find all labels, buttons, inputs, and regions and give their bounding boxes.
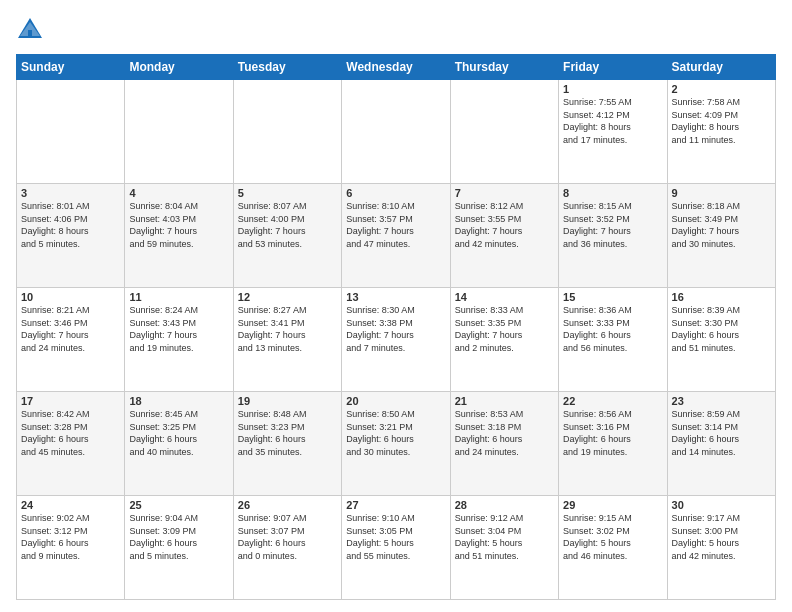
header bbox=[16, 16, 776, 44]
calendar-cell: 25Sunrise: 9:04 AM Sunset: 3:09 PM Dayli… bbox=[125, 496, 233, 600]
calendar-table: SundayMondayTuesdayWednesdayThursdayFrid… bbox=[16, 54, 776, 600]
calendar-cell: 30Sunrise: 9:17 AM Sunset: 3:00 PM Dayli… bbox=[667, 496, 775, 600]
day-number: 8 bbox=[563, 187, 662, 199]
day-number: 13 bbox=[346, 291, 445, 303]
calendar-cell: 9Sunrise: 8:18 AM Sunset: 3:49 PM Daylig… bbox=[667, 184, 775, 288]
day-info: Sunrise: 8:07 AM Sunset: 4:00 PM Dayligh… bbox=[238, 200, 337, 250]
calendar-cell: 21Sunrise: 8:53 AM Sunset: 3:18 PM Dayli… bbox=[450, 392, 558, 496]
day-info: Sunrise: 8:50 AM Sunset: 3:21 PM Dayligh… bbox=[346, 408, 445, 458]
day-info: Sunrise: 8:12 AM Sunset: 3:55 PM Dayligh… bbox=[455, 200, 554, 250]
day-number: 16 bbox=[672, 291, 771, 303]
day-info: Sunrise: 8:59 AM Sunset: 3:14 PM Dayligh… bbox=[672, 408, 771, 458]
calendar-cell: 19Sunrise: 8:48 AM Sunset: 3:23 PM Dayli… bbox=[233, 392, 341, 496]
day-number: 19 bbox=[238, 395, 337, 407]
calendar-cell: 1Sunrise: 7:55 AM Sunset: 4:12 PM Daylig… bbox=[559, 80, 667, 184]
calendar-cell: 4Sunrise: 8:04 AM Sunset: 4:03 PM Daylig… bbox=[125, 184, 233, 288]
day-number: 7 bbox=[455, 187, 554, 199]
day-number: 27 bbox=[346, 499, 445, 511]
day-number: 23 bbox=[672, 395, 771, 407]
day-info: Sunrise: 9:12 AM Sunset: 3:04 PM Dayligh… bbox=[455, 512, 554, 562]
day-number: 10 bbox=[21, 291, 120, 303]
calendar-cell: 6Sunrise: 8:10 AM Sunset: 3:57 PM Daylig… bbox=[342, 184, 450, 288]
day-info: Sunrise: 8:10 AM Sunset: 3:57 PM Dayligh… bbox=[346, 200, 445, 250]
calendar-cell bbox=[450, 80, 558, 184]
day-info: Sunrise: 8:18 AM Sunset: 3:49 PM Dayligh… bbox=[672, 200, 771, 250]
calendar-cell: 3Sunrise: 8:01 AM Sunset: 4:06 PM Daylig… bbox=[17, 184, 125, 288]
calendar-cell: 26Sunrise: 9:07 AM Sunset: 3:07 PM Dayli… bbox=[233, 496, 341, 600]
calendar-cell: 2Sunrise: 7:58 AM Sunset: 4:09 PM Daylig… bbox=[667, 80, 775, 184]
day-info: Sunrise: 8:39 AM Sunset: 3:30 PM Dayligh… bbox=[672, 304, 771, 354]
weekday-header-thursday: Thursday bbox=[450, 55, 558, 80]
day-number: 1 bbox=[563, 83, 662, 95]
weekday-header-friday: Friday bbox=[559, 55, 667, 80]
day-number: 9 bbox=[672, 187, 771, 199]
calendar-cell: 16Sunrise: 8:39 AM Sunset: 3:30 PM Dayli… bbox=[667, 288, 775, 392]
weekday-header-wednesday: Wednesday bbox=[342, 55, 450, 80]
day-number: 17 bbox=[21, 395, 120, 407]
day-info: Sunrise: 9:07 AM Sunset: 3:07 PM Dayligh… bbox=[238, 512, 337, 562]
day-info: Sunrise: 8:21 AM Sunset: 3:46 PM Dayligh… bbox=[21, 304, 120, 354]
weekday-header-tuesday: Tuesday bbox=[233, 55, 341, 80]
day-number: 21 bbox=[455, 395, 554, 407]
calendar-week-row: 24Sunrise: 9:02 AM Sunset: 3:12 PM Dayli… bbox=[17, 496, 776, 600]
calendar-cell: 27Sunrise: 9:10 AM Sunset: 3:05 PM Dayli… bbox=[342, 496, 450, 600]
day-info: Sunrise: 8:45 AM Sunset: 3:25 PM Dayligh… bbox=[129, 408, 228, 458]
calendar-cell: 10Sunrise: 8:21 AM Sunset: 3:46 PM Dayli… bbox=[17, 288, 125, 392]
day-info: Sunrise: 8:36 AM Sunset: 3:33 PM Dayligh… bbox=[563, 304, 662, 354]
calendar-week-row: 17Sunrise: 8:42 AM Sunset: 3:28 PM Dayli… bbox=[17, 392, 776, 496]
day-number: 29 bbox=[563, 499, 662, 511]
day-info: Sunrise: 9:04 AM Sunset: 3:09 PM Dayligh… bbox=[129, 512, 228, 562]
calendar-cell: 20Sunrise: 8:50 AM Sunset: 3:21 PM Dayli… bbox=[342, 392, 450, 496]
calendar-cell bbox=[17, 80, 125, 184]
day-number: 30 bbox=[672, 499, 771, 511]
day-number: 18 bbox=[129, 395, 228, 407]
calendar-cell bbox=[342, 80, 450, 184]
logo bbox=[16, 16, 48, 44]
day-info: Sunrise: 8:42 AM Sunset: 3:28 PM Dayligh… bbox=[21, 408, 120, 458]
calendar-cell: 22Sunrise: 8:56 AM Sunset: 3:16 PM Dayli… bbox=[559, 392, 667, 496]
calendar-cell bbox=[125, 80, 233, 184]
calendar-cell: 13Sunrise: 8:30 AM Sunset: 3:38 PM Dayli… bbox=[342, 288, 450, 392]
day-info: Sunrise: 9:10 AM Sunset: 3:05 PM Dayligh… bbox=[346, 512, 445, 562]
day-number: 2 bbox=[672, 83, 771, 95]
day-number: 6 bbox=[346, 187, 445, 199]
day-info: Sunrise: 8:30 AM Sunset: 3:38 PM Dayligh… bbox=[346, 304, 445, 354]
weekday-header-monday: Monday bbox=[125, 55, 233, 80]
day-info: Sunrise: 7:58 AM Sunset: 4:09 PM Dayligh… bbox=[672, 96, 771, 146]
calendar-cell: 28Sunrise: 9:12 AM Sunset: 3:04 PM Dayli… bbox=[450, 496, 558, 600]
weekday-header-saturday: Saturday bbox=[667, 55, 775, 80]
day-info: Sunrise: 8:01 AM Sunset: 4:06 PM Dayligh… bbox=[21, 200, 120, 250]
calendar-cell: 29Sunrise: 9:15 AM Sunset: 3:02 PM Dayli… bbox=[559, 496, 667, 600]
calendar-cell: 5Sunrise: 8:07 AM Sunset: 4:00 PM Daylig… bbox=[233, 184, 341, 288]
weekday-header-sunday: Sunday bbox=[17, 55, 125, 80]
day-number: 3 bbox=[21, 187, 120, 199]
day-number: 4 bbox=[129, 187, 228, 199]
calendar-cell bbox=[233, 80, 341, 184]
calendar-week-row: 1Sunrise: 7:55 AM Sunset: 4:12 PM Daylig… bbox=[17, 80, 776, 184]
logo-icon bbox=[16, 16, 44, 44]
day-info: Sunrise: 7:55 AM Sunset: 4:12 PM Dayligh… bbox=[563, 96, 662, 146]
calendar-week-row: 3Sunrise: 8:01 AM Sunset: 4:06 PM Daylig… bbox=[17, 184, 776, 288]
day-info: Sunrise: 9:15 AM Sunset: 3:02 PM Dayligh… bbox=[563, 512, 662, 562]
calendar-cell: 24Sunrise: 9:02 AM Sunset: 3:12 PM Dayli… bbox=[17, 496, 125, 600]
day-info: Sunrise: 8:04 AM Sunset: 4:03 PM Dayligh… bbox=[129, 200, 228, 250]
calendar-week-row: 10Sunrise: 8:21 AM Sunset: 3:46 PM Dayli… bbox=[17, 288, 776, 392]
calendar-cell: 14Sunrise: 8:33 AM Sunset: 3:35 PM Dayli… bbox=[450, 288, 558, 392]
day-number: 25 bbox=[129, 499, 228, 511]
day-info: Sunrise: 8:48 AM Sunset: 3:23 PM Dayligh… bbox=[238, 408, 337, 458]
day-number: 5 bbox=[238, 187, 337, 199]
calendar-cell: 12Sunrise: 8:27 AM Sunset: 3:41 PM Dayli… bbox=[233, 288, 341, 392]
day-number: 12 bbox=[238, 291, 337, 303]
day-info: Sunrise: 8:27 AM Sunset: 3:41 PM Dayligh… bbox=[238, 304, 337, 354]
calendar-cell: 11Sunrise: 8:24 AM Sunset: 3:43 PM Dayli… bbox=[125, 288, 233, 392]
day-number: 20 bbox=[346, 395, 445, 407]
calendar-cell: 18Sunrise: 8:45 AM Sunset: 3:25 PM Dayli… bbox=[125, 392, 233, 496]
day-number: 24 bbox=[21, 499, 120, 511]
day-info: Sunrise: 9:17 AM Sunset: 3:00 PM Dayligh… bbox=[672, 512, 771, 562]
day-info: Sunrise: 8:33 AM Sunset: 3:35 PM Dayligh… bbox=[455, 304, 554, 354]
day-number: 14 bbox=[455, 291, 554, 303]
day-number: 15 bbox=[563, 291, 662, 303]
calendar-cell: 15Sunrise: 8:36 AM Sunset: 3:33 PM Dayli… bbox=[559, 288, 667, 392]
weekday-header-row: SundayMondayTuesdayWednesdayThursdayFrid… bbox=[17, 55, 776, 80]
day-number: 26 bbox=[238, 499, 337, 511]
